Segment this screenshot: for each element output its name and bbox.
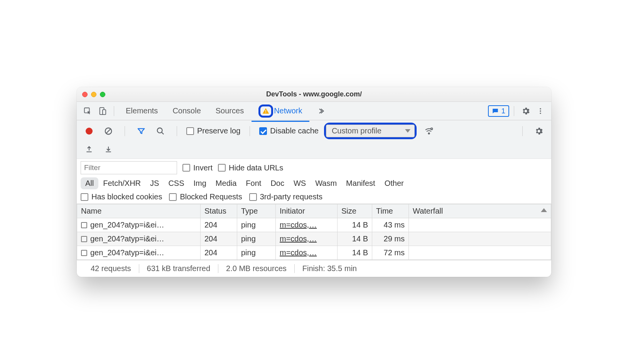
device-toggle-icon[interactable] — [95, 104, 109, 118]
hide-data-urls-checkbox[interactable]: Hide data URLs — [218, 163, 283, 172]
tab-elements[interactable]: Elements — [119, 103, 165, 119]
checkbox-icon — [169, 193, 177, 201]
cell-initiator[interactable]: m=cdos,… — [276, 246, 338, 260]
main-tabs: Elements Console Sources Network 1 — [77, 102, 551, 120]
minimize-icon[interactable] — [91, 92, 96, 97]
status-requests: 42 requests — [83, 264, 139, 273]
blocked-requests-checkbox[interactable]: Blocked Requests — [169, 192, 242, 201]
table-row[interactable]: gen_204?atyp=i&ei…204pingm=cdos,…14 B43 … — [77, 218, 551, 232]
status-resources: 2.0 MB resources — [218, 264, 294, 273]
chip-fetchxhr[interactable]: Fetch/XHR — [98, 177, 145, 189]
cell-waterfall — [409, 246, 551, 260]
clear-button[interactable] — [101, 124, 115, 138]
checkbox-icon — [182, 164, 190, 172]
disable-cache-checkbox[interactable]: Disable cache — [259, 126, 319, 135]
export-har-button[interactable] — [82, 142, 96, 156]
svg-rect-4 — [265, 112, 266, 113]
cell-waterfall — [409, 232, 551, 246]
devtools-window: DevTools - www.google.com/ Elements Cons… — [77, 87, 551, 277]
inspect-icon[interactable] — [81, 104, 95, 118]
chip-media[interactable]: Media — [211, 177, 241, 189]
hide-data-urls-label: Hide data URLs — [229, 163, 283, 172]
invert-checkbox[interactable]: Invert — [182, 163, 213, 172]
cell-time: 29 ms — [372, 232, 409, 246]
chip-all[interactable]: All — [81, 177, 98, 189]
warning-highlight — [258, 104, 273, 118]
tab-more[interactable] — [310, 103, 332, 119]
throttle-highlight: Custom profile — [324, 123, 417, 139]
type-filter-chips: All Fetch/XHR JS CSS Img Media Font Doc … — [81, 177, 547, 189]
search-button[interactable] — [154, 124, 167, 138]
chip-wasm[interactable]: Wasm — [311, 177, 341, 189]
throttle-select[interactable]: Custom profile — [326, 125, 415, 137]
requests-table: Name Status Type Initiator Size Time Wat… — [77, 204, 551, 260]
preserve-log-checkbox[interactable]: Preserve log — [186, 126, 240, 135]
warning-icon — [262, 107, 270, 115]
th-status[interactable]: Status — [201, 204, 237, 218]
table-header-row: Name Status Type Initiator Size Time Wat… — [77, 204, 551, 218]
panel-settings-icon[interactable] — [532, 124, 546, 138]
th-initiator[interactable]: Initiator — [276, 204, 338, 218]
th-waterfall[interactable]: Waterfall — [409, 204, 551, 218]
chip-ws[interactable]: WS — [289, 177, 311, 189]
disable-cache-label: Disable cache — [270, 126, 319, 135]
more-icon[interactable] — [533, 104, 547, 118]
network-toolbar: Preserve log Disable cache Custom profil… — [77, 120, 551, 159]
invert-label: Invert — [193, 163, 213, 172]
svg-point-5 — [540, 108, 541, 109]
cell-size: 14 B — [338, 232, 372, 246]
cell-size: 14 B — [338, 246, 372, 260]
file-icon — [81, 222, 87, 228]
search-icon — [156, 127, 165, 135]
cell-type: ping — [237, 218, 276, 232]
cell-status: 204 — [201, 218, 237, 232]
chip-css[interactable]: CSS — [164, 177, 189, 189]
cell-name: gen_204?atyp=i&ei… — [77, 218, 201, 232]
separator — [522, 126, 523, 136]
record-button[interactable] — [82, 124, 96, 138]
issues-badge[interactable]: 1 — [488, 105, 509, 117]
checkbox-icon — [186, 127, 194, 135]
blocked-cookies-checkbox[interactable]: Has blocked cookies — [81, 192, 162, 201]
chip-img[interactable]: Img — [189, 177, 211, 189]
th-size[interactable]: Size — [338, 204, 372, 218]
chip-other[interactable]: Other — [380, 177, 409, 189]
chip-doc[interactable]: Doc — [266, 177, 289, 189]
cell-initiator[interactable]: m=cdos,… — [276, 232, 338, 246]
chip-js[interactable]: JS — [145, 177, 164, 189]
filter-input[interactable] — [81, 161, 177, 174]
tab-network[interactable]: Network — [252, 101, 309, 121]
table-row[interactable]: gen_204?atyp=i&ei…204pingm=cdos,…14 B72 … — [77, 246, 551, 260]
cell-name: gen_204?atyp=i&ei… — [77, 232, 201, 246]
network-conditions-icon[interactable] — [422, 124, 436, 138]
file-icon — [81, 250, 87, 256]
filter-toggle[interactable] — [134, 124, 148, 138]
table-row[interactable]: gen_204?atyp=i&ei…204pingm=cdos,…14 B29 … — [77, 232, 551, 246]
zoom-icon[interactable] — [100, 92, 105, 97]
svg-point-12 — [428, 133, 429, 134]
svg-point-10 — [157, 128, 162, 133]
tab-console[interactable]: Console — [165, 103, 208, 119]
chip-font[interactable]: Font — [241, 177, 266, 189]
chevron-down-icon — [405, 129, 410, 133]
th-type[interactable]: Type — [237, 204, 276, 218]
svg-point-7 — [540, 113, 541, 114]
th-name[interactable]: Name — [77, 204, 201, 218]
chat-icon — [492, 108, 499, 115]
sort-asc-icon — [541, 208, 547, 212]
settings-icon[interactable] — [519, 104, 533, 118]
svg-line-9 — [106, 129, 111, 133]
cell-status: 204 — [201, 246, 237, 260]
close-icon[interactable] — [82, 92, 88, 97]
third-party-checkbox[interactable]: 3rd-party requests — [249, 192, 322, 201]
window-title: DevTools - www.google.com/ — [77, 90, 551, 98]
tab-sources[interactable]: Sources — [209, 103, 251, 119]
svg-point-13 — [431, 128, 433, 130]
svg-line-11 — [162, 132, 164, 134]
th-time[interactable]: Time — [372, 204, 409, 218]
cell-initiator[interactable]: m=cdos,… — [276, 218, 338, 232]
import-har-button[interactable] — [101, 142, 115, 156]
svg-point-6 — [540, 110, 541, 111]
chip-manifest[interactable]: Manifest — [341, 177, 380, 189]
separator — [177, 126, 177, 136]
